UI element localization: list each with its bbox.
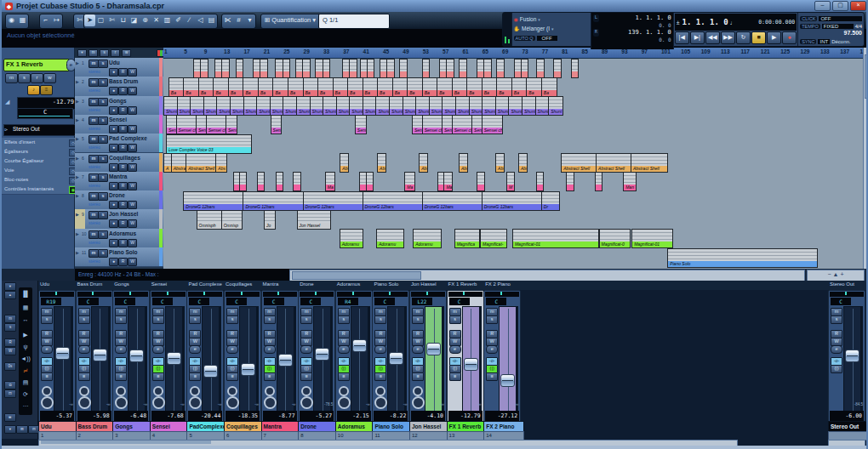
track-collapse-arrow[interactable]: ▶ xyxy=(76,250,79,255)
record-enable-button[interactable] xyxy=(189,396,202,409)
right-locator-label[interactable]: R xyxy=(593,29,599,37)
maximize-button[interactable]: ▢ xyxy=(832,1,848,11)
fader-lane[interactable] xyxy=(425,306,443,413)
strip-edit-button[interactable]: e xyxy=(189,345,201,354)
strip-solo-button[interactable]: s xyxy=(338,315,350,324)
event-display-area[interactable]: 1591317212529333741454953576165697377818… xyxy=(163,48,863,269)
sends-state-button[interactable]: ≡ xyxy=(189,372,201,381)
mixer-expand-button[interactable]: ▴ xyxy=(4,291,16,299)
clip-sensei[interactable]: Sensei xyxy=(355,115,367,134)
track-record-button[interactable]: ● xyxy=(109,163,118,172)
mixer-strip-udu[interactable]: R19msRWe-o-⟨|⟩≡-∞-5.37 xyxy=(38,290,76,423)
fader-cap[interactable] xyxy=(167,352,181,365)
clip-coquillages[interactable]: Abs xyxy=(459,153,468,173)
clip-coquillages[interactable]: Abs xyxy=(518,153,528,173)
right-locator-value[interactable]: 139. 1. 1. 0 xyxy=(628,29,671,37)
close-button[interactable]: × xyxy=(850,1,866,11)
track-read-button[interactable]: R xyxy=(118,87,128,95)
tempo-mode[interactable]: FIXED xyxy=(822,24,854,29)
fader-cap[interactable] xyxy=(464,358,478,371)
fader-lane[interactable] xyxy=(54,306,71,413)
track-read-button[interactable]: R xyxy=(118,219,128,228)
strip-edit-button[interactable]: e xyxy=(486,345,498,354)
track-read-button[interactable]: R xyxy=(118,258,128,266)
sends-state-button[interactable]: ≡ xyxy=(226,372,238,381)
pan-control[interactable]: C xyxy=(189,298,209,305)
stop-button[interactable]: ■ xyxy=(751,31,766,44)
strip-edit-button[interactable]: e xyxy=(374,345,386,354)
mixer-strip-drone[interactable]: CmsRWe-o-⟨|⟩≡-78.5-5.27 xyxy=(298,290,335,423)
zoom-tool[interactable]: ⊕ xyxy=(140,14,151,26)
glue-tool[interactable]: ⊔ xyxy=(117,14,128,26)
clip-gongs[interactable]: Shunt xyxy=(548,96,563,116)
strip-solo-button[interactable]: s xyxy=(41,315,53,324)
track-row-adoramus[interactable]: ▶10msAdoramusstéréo●RW xyxy=(75,229,163,248)
fader-cap[interactable] xyxy=(55,347,70,360)
strip-solo-button[interactable]: s xyxy=(300,315,312,324)
track-read-button[interactable]: R xyxy=(118,68,128,77)
eq-rack-icon[interactable]: ▤ xyxy=(19,379,32,386)
record-enable-button[interactable] xyxy=(78,396,91,409)
fader-lane[interactable] xyxy=(499,306,517,413)
eq-state-button[interactable]: ⟨|⟩ xyxy=(831,365,842,373)
clip-udu[interactable] xyxy=(302,59,311,78)
track-record-button[interactable]: ● xyxy=(109,106,118,115)
mixer-bypass-button[interactable]: 0s xyxy=(4,362,16,371)
clip-pad-complexe[interactable]: Love Complex Voice 03 xyxy=(166,134,252,154)
strip-solo-button[interactable]: s xyxy=(449,315,461,324)
pan-control[interactable]: L22 xyxy=(412,298,432,305)
track-solo-button[interactable]: s xyxy=(98,211,108,219)
clip-drone[interactable]: DroneG 12bars xyxy=(482,191,543,211)
clip-drone[interactable]: DroneG 12bars xyxy=(303,191,364,211)
fader-cap[interactable] xyxy=(315,348,329,361)
vertical-scrollbar[interactable] xyxy=(863,48,868,269)
clip-adoramus[interactable]: Adoramu xyxy=(376,229,405,248)
track-record-button[interactable]: ● xyxy=(109,239,118,247)
track-write-button[interactable]: W xyxy=(128,144,137,152)
global-mute-button[interactable]: m xyxy=(89,49,98,57)
strip-edit-button[interactable]: e xyxy=(338,345,350,354)
fader-cap[interactable] xyxy=(845,350,859,362)
fader-lane[interactable] xyxy=(313,306,331,413)
sends-state-button[interactable]: ≡ xyxy=(338,372,350,381)
track-collapse-arrow[interactable]: ▶ xyxy=(76,136,79,141)
strip-solo-button[interactable]: s xyxy=(189,315,201,324)
mixer-bottom-layout1[interactable]: ⊞ xyxy=(16,425,28,434)
rewind-button[interactable]: ◀◀ xyxy=(705,31,720,44)
track-row-mantra[interactable]: ▶7msMantrastéréo●RW xyxy=(75,172,163,191)
track-solo-button[interactable]: s xyxy=(98,173,108,182)
clip-udu[interactable] xyxy=(496,59,505,78)
track-record-button[interactable]: ● xyxy=(109,144,118,152)
clip-coquillages[interactable]: Abs xyxy=(377,153,386,173)
clip-udu[interactable] xyxy=(323,59,331,78)
fader-lane[interactable] xyxy=(387,306,405,413)
clip-coquillages[interactable]: Abstract Shell xyxy=(596,153,632,173)
track-read-button[interactable]: R xyxy=(118,239,128,247)
time-display[interactable]: 0:00:00.000 xyxy=(758,19,795,26)
goto-start-button[interactable]: |◀ xyxy=(675,31,689,44)
track-solo-button[interactable]: s xyxy=(98,230,108,239)
track-write-button[interactable]: W xyxy=(128,239,137,247)
track-read-button[interactable]: R xyxy=(118,106,128,115)
monitor-button[interactable] xyxy=(227,386,237,396)
snap-button[interactable]: ⋉ xyxy=(222,14,233,26)
track-write-button[interactable]: W xyxy=(128,87,137,95)
clip-drone[interactable]: DroneG 12bars xyxy=(363,191,424,211)
inspector-track-name[interactable]: FX 1 Reverb xyxy=(3,59,70,71)
meter-position-icon[interactable]: ▦ xyxy=(19,304,32,311)
monitor-button[interactable] xyxy=(153,386,163,396)
click-value[interactable]: OFF xyxy=(819,16,862,21)
clip-drone[interactable]: DroneG 12bars xyxy=(243,191,304,211)
mic-icon[interactable]: ψ xyxy=(19,344,32,350)
play-button[interactable]: ▶ xyxy=(767,31,781,44)
play-icon[interactable]: ▶ xyxy=(19,332,32,338)
fader-lane[interactable] xyxy=(239,306,257,413)
clip-drone[interactable]: Dr xyxy=(541,191,560,211)
split-tool[interactable]: ✄ xyxy=(106,14,117,26)
monitor-button[interactable] xyxy=(190,386,200,396)
fader-lane[interactable] xyxy=(128,306,146,413)
clip-jon-hassel[interactable]: Jon Hassel xyxy=(297,210,332,230)
record-arm-icon[interactable]: ≓ xyxy=(19,367,32,374)
sends-state-button[interactable]: ≡ xyxy=(486,372,498,381)
clip-coquillages[interactable]: Abs xyxy=(495,153,505,173)
